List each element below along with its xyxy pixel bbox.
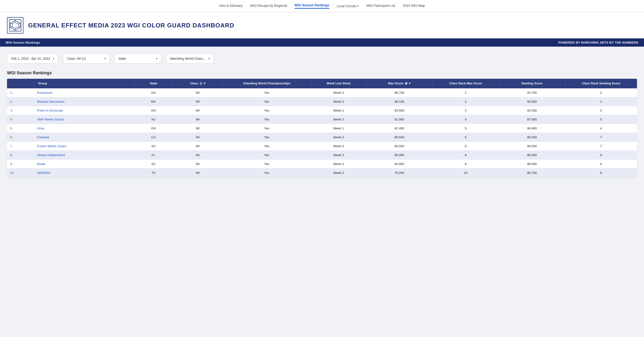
cell-state: TX	[134, 168, 173, 177]
chevron-down-icon: ▾	[53, 57, 54, 60]
cell-class-rank-seeding: 9	[565, 150, 637, 159]
cell-week: Week 1	[311, 124, 366, 133]
cell-seeding: 87.900	[499, 115, 565, 124]
cell-state: NJ	[134, 115, 173, 124]
th-group: Group	[35, 79, 134, 88]
cell-attending: Yes	[222, 150, 311, 159]
cell-seeding: 86.500	[499, 142, 565, 150]
class-filter[interactable]: Class: IW (1) ▾	[63, 54, 110, 64]
table-row: 2. Blessed Sacrament MA IW Yes Week 2 86…	[7, 97, 637, 106]
table-row: 4. AMP Winter Guard NJ IW Yes Week 3 81.…	[7, 115, 637, 124]
cell-seeding: 86.700	[499, 168, 565, 177]
table-row: 1. Paramount GA IW Yes Week 3 86.700 1 9…	[7, 88, 637, 97]
max-score-sort[interactable]: Max Score ❷ ▾	[388, 82, 410, 86]
cell-rank: 1.	[7, 88, 35, 97]
cell-max-score: 86.700	[366, 88, 432, 97]
cell-class-rank-max: 8	[432, 150, 499, 159]
cell-class-rank-seeding: 5	[565, 115, 637, 124]
th-seeding: Seeding Score	[499, 79, 565, 88]
cell-class-rank-max: 6	[432, 133, 499, 142]
cell-group: Pride of Cincinnati	[35, 106, 134, 115]
cell-class: IW	[173, 133, 222, 142]
nav-participant-list[interactable]: WGI Participant List	[366, 4, 395, 9]
th-state: State	[134, 79, 173, 88]
nav-recaps[interactable]: WGI Recaps by Regional	[250, 4, 287, 9]
cell-attending: Yes	[222, 97, 311, 106]
cell-week: Week 3	[311, 115, 366, 124]
filter-row: Feb 1, 2023 - Apr 15, 2023 ▾ Class: IW (…	[0, 47, 644, 68]
cell-seeding: 86.000	[499, 150, 565, 159]
attending-filter[interactable]: Attending World Cham... ▾	[166, 54, 214, 64]
cell-max-score: 80.000	[366, 159, 432, 168]
cell-class-rank-max: 2	[432, 97, 499, 106]
cell-seeding: 86.000	[499, 159, 565, 168]
cell-week: Week 3	[311, 88, 366, 97]
svg-line-7	[10, 27, 12, 28]
nav-wgi-map[interactable]: 2023 WGI Map	[403, 4, 425, 9]
rankings-table: Group State Class ℹ ▾ Attending World Ch…	[7, 79, 637, 177]
cell-state: CA	[134, 133, 173, 142]
cell-class-rank-seeding: 6	[565, 168, 637, 177]
page-title: GENERAL EFFECT MEDIA 2023 WGI COLOR GUAR…	[28, 22, 234, 29]
class-sort[interactable]: Class ℹ ▾	[190, 82, 206, 86]
nav-local-circuits[interactable]: Local Circuits	[337, 4, 359, 8]
cell-state: GA	[134, 88, 173, 97]
cell-class-rank-seeding: 9	[565, 159, 637, 168]
svg-line-8	[10, 23, 12, 24]
cell-group: AMP Winter Guard	[35, 115, 134, 124]
date-range-filter[interactable]: Feb 1, 2023 - Apr 15, 2023 ▾	[7, 54, 58, 64]
th-week: Week Last Show	[311, 79, 366, 88]
cell-week: Week 3	[311, 133, 366, 142]
nav-intro[interactable]: Intro & Glossary	[219, 4, 242, 9]
table-row: 9. Etude SC IW Yes Week 3 80.000 8 86.00…	[7, 159, 637, 168]
th-class[interactable]: Class ℹ ▾	[173, 79, 222, 88]
cell-seeding: 92.500	[499, 106, 565, 115]
cell-class: IW	[173, 150, 222, 159]
cell-rank: 9.	[7, 159, 35, 168]
cell-class: IW	[173, 97, 222, 106]
cell-rank: 10.	[7, 168, 35, 177]
table-heading: WGI Season Rankings	[7, 71, 637, 76]
th-class-rank-seeding: Class Rank Seeding Score	[565, 79, 637, 88]
cell-group: Etude	[35, 159, 134, 168]
cell-group: Fusion Winter Guard	[35, 142, 134, 150]
cell-class-rank-seeding: 3	[565, 106, 637, 115]
cell-class-rank-max: 4	[432, 115, 499, 124]
cell-rank: 7.	[7, 142, 35, 150]
cell-class-rank-max: 1	[432, 88, 499, 97]
cell-week: Week 3	[311, 150, 366, 159]
cell-class: IW	[173, 88, 222, 97]
cell-attending: Yes	[222, 133, 311, 142]
nav-season-rankings[interactable]: WGI Season Rankings	[294, 3, 330, 9]
state-filter[interactable]: State ▾	[114, 54, 161, 64]
cell-group: Paramount	[35, 88, 134, 97]
svg-line-4	[18, 23, 20, 24]
table-row: 10. ORIGINS TX IW Yes Week 2 79.200 10 8…	[7, 168, 637, 177]
cell-class-rank-seeding: 1	[565, 97, 637, 106]
cell-class-rank-max: 6	[432, 142, 499, 150]
cell-class-rank-seeding: 7	[565, 142, 637, 150]
cell-state: NJ	[134, 142, 173, 150]
chevron-down-icon: ▾	[104, 57, 106, 60]
cell-class-rank-seeding: 4	[565, 124, 637, 133]
cell-class-rank-max: 10	[432, 168, 499, 177]
cell-state: OH	[134, 124, 173, 133]
cell-class: IW	[173, 115, 222, 124]
cell-class-rank-seeding: 7	[565, 133, 637, 142]
cell-week: Week 2	[311, 97, 366, 106]
th-max-score[interactable]: Max Score ❷ ▾	[366, 79, 432, 88]
cell-group: Tampa Independent	[35, 150, 134, 159]
chevron-down-icon: ▾	[156, 57, 157, 60]
cell-max-score: 79.200	[366, 168, 432, 177]
cell-seeding: 86.500	[499, 133, 565, 142]
cell-week: Week 2	[311, 168, 366, 177]
cell-week: Week 3	[311, 142, 366, 150]
cell-seeding: 93.600	[499, 97, 565, 106]
cell-max-score: 81.400	[366, 124, 432, 133]
cell-rank: 4.	[7, 115, 35, 124]
th-class-rank-max: Class Rank Max Score	[432, 79, 499, 88]
cell-class-rank-seeding: 2	[565, 88, 637, 97]
cell-class: IW	[173, 168, 222, 177]
th-rank	[7, 79, 35, 88]
cell-max-score: 80.000	[366, 150, 432, 159]
